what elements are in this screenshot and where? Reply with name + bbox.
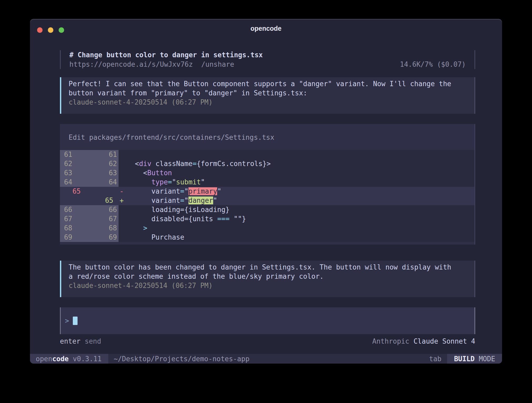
working-directory: ~/Desktop/Projects/demo-notes-app xyxy=(114,355,249,363)
new-line-number: 64 xyxy=(72,178,119,187)
old-line-number: 62 xyxy=(60,159,72,168)
diff-row: 6262 <div className={formCs.controls}> xyxy=(60,159,474,168)
message-line: a red/rose color scheme instead of the b… xyxy=(69,272,467,281)
new-line-number: 61 xyxy=(72,150,119,159)
diff-row: 65- variant="primary" xyxy=(60,187,474,196)
share-url[interactable]: https://opencode.ai/s/UwJxv76z xyxy=(69,60,193,69)
app-name: open xyxy=(36,355,52,363)
provider-label: Anthropic xyxy=(372,337,409,346)
diff-row: 6666 loading={isLoading} xyxy=(60,205,474,214)
old-line-number: 61 xyxy=(60,150,72,159)
new-line-number: 65 xyxy=(72,196,119,205)
code-line: variant="danger" xyxy=(127,196,474,205)
new-line-number: 62 xyxy=(72,159,119,168)
message-line: The button color has been changed to dan… xyxy=(69,263,467,272)
old-line-number: 65 xyxy=(68,187,81,196)
new-line-number: 68 xyxy=(72,224,119,233)
diff-marker: + xyxy=(119,196,127,205)
diff-row: 6464 type="submit" xyxy=(60,178,474,187)
diff-row: 65+ variant="danger" xyxy=(60,196,474,205)
diff-row: 6868 > xyxy=(60,224,474,233)
send-action-hint: send xyxy=(85,337,101,346)
tab-key-hint: tab xyxy=(429,355,441,363)
diff-marker xyxy=(119,224,127,233)
diff-marker xyxy=(119,214,127,224)
new-line-number: 69 xyxy=(72,233,119,242)
text-cursor xyxy=(73,317,78,325)
titlebar: opencode xyxy=(30,19,502,38)
old-line-number: 69 xyxy=(60,233,72,242)
new-line-number: 63 xyxy=(72,168,119,178)
assistant-message-1: Perfect! I can see that the Button compo… xyxy=(60,77,475,114)
prompt-symbol: > xyxy=(65,317,69,325)
app-version-chip: opencode v0.3.11 xyxy=(30,354,108,364)
token-usage-stats: 14.6K/7% ($0.07) xyxy=(400,60,466,69)
unshare-action[interactable]: /unshare xyxy=(201,60,234,69)
prompt-input[interactable]: > xyxy=(60,307,475,334)
model-label: Claude Sonnet 4 xyxy=(413,337,475,346)
old-line-number: 68 xyxy=(60,224,72,233)
new-line-number: 67 xyxy=(72,214,119,224)
diff-marker: - xyxy=(119,187,127,196)
diff-row: 6767 disabled={units === ""} xyxy=(60,214,474,224)
status-bar: opencode v0.3.11 ~/Desktop/Projects/demo… xyxy=(30,354,502,364)
terminal-content: # Change button color to danger in setti… xyxy=(30,50,502,346)
diff-marker xyxy=(119,178,127,187)
code-line xyxy=(127,150,474,159)
session-title: # Change button color to danger in setti… xyxy=(69,50,263,60)
diff-row: 6969 Purchase xyxy=(60,233,474,242)
zoom-button[interactable] xyxy=(59,27,64,33)
opencode-window: opencode # Change button color to danger… xyxy=(30,19,502,364)
minimize-button[interactable] xyxy=(48,27,53,33)
code-line: type="submit" xyxy=(127,178,474,187)
new-line-number: 66 xyxy=(72,205,119,214)
model-timestamp: claude-sonnet-4-20250514 (06:27 PM) xyxy=(69,281,467,290)
old-line-number: 66 xyxy=(60,205,72,214)
message-line: Perfect! I can see that the Button compo… xyxy=(69,79,467,89)
old-line-number: 67 xyxy=(60,214,72,224)
mode-chip[interactable]: BUILD MODE xyxy=(447,354,502,364)
code-line: variant="primary" xyxy=(127,187,474,196)
old-line-number: 63 xyxy=(60,168,72,178)
message-line: button variant from "primary" to "danger… xyxy=(69,89,467,98)
old-line-number xyxy=(60,196,72,205)
code-line: disabled={units === ""} xyxy=(127,214,474,224)
enter-key-hint: enter xyxy=(60,337,80,346)
code-line: loading={isLoading} xyxy=(127,205,474,214)
assistant-message-2: The button color has been changed to dan… xyxy=(60,261,475,297)
traffic-lights xyxy=(37,27,64,33)
diff-row: 6363 <Button xyxy=(60,168,474,178)
diff-row: 6161 xyxy=(60,150,474,159)
tool-call-title: Edit packages/frontend/src/containers/Se… xyxy=(60,133,474,142)
edit-tool-call: Edit packages/frontend/src/containers/Se… xyxy=(60,124,475,245)
diff-marker xyxy=(119,150,127,159)
close-button[interactable] xyxy=(37,27,43,33)
diff-view: 61616262 <div className={formCs.controls… xyxy=(60,150,474,242)
code-line: <div className={formCs.controls}> xyxy=(127,159,474,168)
code-line: > xyxy=(127,224,474,233)
window-title: opencode xyxy=(250,25,282,32)
session-header: # Change button color to danger in setti… xyxy=(60,50,475,69)
model-timestamp: claude-sonnet-4-20250514 (06:27 PM) xyxy=(69,98,467,107)
help-row: enter send Anthropic Claude Sonnet 4 xyxy=(60,337,475,346)
diff-marker xyxy=(119,233,127,242)
code-line: Purchase xyxy=(127,233,474,242)
diff-marker xyxy=(119,205,127,214)
app-version: v0.3.11 xyxy=(69,355,101,363)
diff-marker xyxy=(119,159,127,168)
code-line: <Button xyxy=(127,168,474,178)
old-line-number: 64 xyxy=(60,178,72,187)
diff-marker xyxy=(119,168,127,178)
